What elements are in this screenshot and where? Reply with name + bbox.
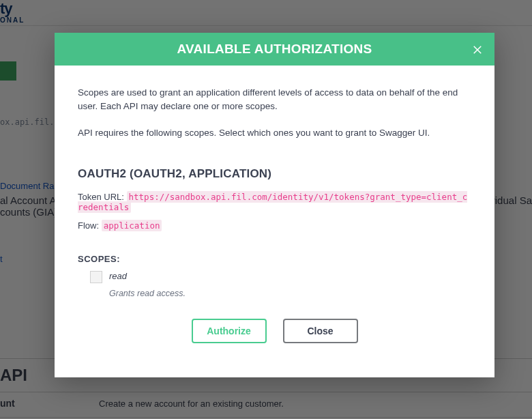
close-button[interactable]: Close <box>283 319 358 343</box>
flow-label: Flow: <box>78 220 102 231</box>
token-url-row: Token URL: https://sandbox.api.fil.com/i… <box>78 192 471 212</box>
modal-title: AVAILABLE AUTHORIZATIONS <box>177 42 372 57</box>
scope-item-read: read <box>90 271 471 283</box>
oauth-section-title: OAUTH2 (OAUTH2, APPLICATION) <box>78 167 471 181</box>
intro-paragraph-1: Scopes are used to grant an application … <box>78 86 471 113</box>
modal-actions: Authorize Close <box>78 319 471 360</box>
token-url-value: https://sandbox.api.fil.com/identity/v1/… <box>78 191 467 213</box>
authorize-button[interactable]: Authorize <box>192 319 267 343</box>
scope-read-description: Grants read access. <box>109 289 471 298</box>
scopes-heading: SCOPES: <box>78 254 471 264</box>
intro-text: Scopes are used to grant an application … <box>78 86 471 140</box>
flow-row: Flow: application <box>78 220 471 231</box>
intro-paragraph-2: API requires the following scopes. Selec… <box>78 126 471 140</box>
authorizations-modal: AVAILABLE AUTHORIZATIONS Scopes are used… <box>55 33 494 377</box>
flow-value: application <box>102 220 162 231</box>
scope-read-label[interactable]: read <box>109 271 127 281</box>
close-icon[interactable] <box>471 43 484 55</box>
token-url-label: Token URL: <box>78 192 127 202</box>
modal-body: Scopes are used to grant an application … <box>55 66 494 377</box>
modal-header: AVAILABLE AUTHORIZATIONS <box>55 33 494 66</box>
scope-read-checkbox[interactable] <box>90 271 102 283</box>
